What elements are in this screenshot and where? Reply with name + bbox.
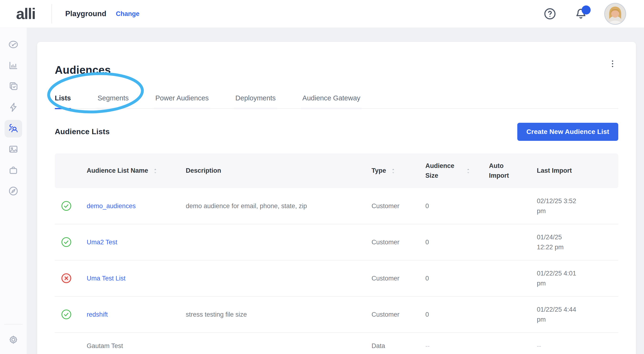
row-actions-kebab-icon[interactable] xyxy=(604,237,613,247)
sort-icon[interactable] xyxy=(152,168,158,174)
sidebar-item-actions[interactable] xyxy=(4,99,22,117)
row-description: demo audience for email, phone, state, z… xyxy=(186,201,372,211)
environment-switcher: Playground Change xyxy=(65,9,140,18)
notification-unread-dot xyxy=(582,5,591,14)
row-audience-size: 0 xyxy=(425,310,489,320)
create-new-audience-list-button[interactable]: Create New Audience List xyxy=(517,123,618,141)
table-row: Uma2 Test Customer 0 01/24/25 12:22 pm xyxy=(55,224,618,260)
column-header-auto-import: Auto Import xyxy=(489,161,537,180)
bag-icon xyxy=(8,165,19,177)
column-label: Description xyxy=(186,166,221,176)
row-last-import: 02/12/25 3:52 pm xyxy=(537,196,582,216)
sidebar-item-creative[interactable] xyxy=(4,141,22,159)
row-actions-kebab-icon[interactable] xyxy=(604,273,613,284)
card-header: Audiences xyxy=(55,42,618,84)
column-header-audience-size: Audience Size xyxy=(425,161,489,180)
users-icon xyxy=(8,123,19,135)
audience-list-name-link[interactable]: redshift xyxy=(87,310,186,320)
column-label: Audience Size xyxy=(425,161,461,180)
tab-lists[interactable]: Lists xyxy=(55,94,71,108)
user-avatar[interactable] xyxy=(605,3,626,24)
clipboard-check-icon xyxy=(8,81,19,93)
sidebar-nav xyxy=(0,28,27,354)
main-content: Audiences ListsSegmentsPower AudiencesDe… xyxy=(27,28,644,354)
row-type: Data xyxy=(372,341,425,351)
row-type: Customer xyxy=(372,237,425,247)
row-actions-kebab-icon[interactable] xyxy=(604,309,613,320)
column-label: Type xyxy=(372,166,386,176)
success-status-icon xyxy=(55,237,87,247)
column-label: Auto Import xyxy=(489,161,515,180)
audience-list-name-text: Gautam Test xyxy=(87,341,186,351)
sort-icon[interactable] xyxy=(390,168,396,174)
tab-audience-gateway[interactable]: Audience Gateway xyxy=(302,94,360,108)
app-root: alli Playground Change xyxy=(0,0,644,354)
row-type: Customer xyxy=(372,201,425,211)
section-header: Audience Lists Create New Audience List xyxy=(55,121,618,143)
sort-icon[interactable] xyxy=(465,168,472,174)
sidebar-item-products[interactable] xyxy=(4,162,22,179)
sidebar-item-dashboard[interactable] xyxy=(4,36,22,54)
audience-list-name-link[interactable]: demo_audiences xyxy=(87,201,186,211)
tab-deployments[interactable]: Deployments xyxy=(235,94,276,108)
compass-icon xyxy=(8,185,19,197)
column-header-type: Type xyxy=(372,166,425,176)
environment-change-link[interactable]: Change xyxy=(116,10,140,18)
bar-chart-icon xyxy=(8,60,19,72)
row-audience-size: 0 xyxy=(425,273,489,283)
tab-power-audiences[interactable]: Power Audiences xyxy=(155,94,209,108)
brand-logo[interactable]: alli xyxy=(0,6,52,21)
avatar-illustration xyxy=(605,3,626,24)
gear-icon xyxy=(8,334,19,347)
sidebar-item-audiences[interactable] xyxy=(4,120,22,138)
row-actions-kebab-icon[interactable] xyxy=(604,201,613,211)
error-status-icon xyxy=(55,273,87,284)
sidebar-item-projects[interactable] xyxy=(4,78,22,96)
success-status-icon xyxy=(55,309,87,320)
row-description: stress testing file size xyxy=(186,310,372,320)
gauge-icon xyxy=(8,39,19,51)
sidebar-item-reports[interactable] xyxy=(4,57,22,75)
row-audience-size: 0 xyxy=(425,237,489,247)
sidebar-divider xyxy=(4,324,23,325)
column-header-description: Description xyxy=(186,166,372,176)
table-row: Gautam Test Data -- -- xyxy=(55,333,618,354)
row-last-import: 01/24/25 12:22 pm xyxy=(537,232,582,252)
audience-list-name-link[interactable]: Uma2 Test xyxy=(87,237,186,247)
row-type: Customer xyxy=(372,273,425,283)
topbar-divider xyxy=(52,4,52,23)
audience-lists-table: Audience List Name Description Type Audi… xyxy=(55,154,618,354)
row-last-import: 01/22/25 4:44 pm xyxy=(537,305,582,325)
tab-bar: ListsSegmentsPower AudiencesDeploymentsA… xyxy=(55,94,618,109)
table-row: redshift stress testing file size Custom… xyxy=(55,297,618,333)
row-audience-size: 0 xyxy=(425,201,489,211)
table-body: demo_audiences demo audience for email, … xyxy=(55,188,618,354)
row-last-import: -- xyxy=(537,341,582,351)
table-row: Uma Test List Customer 0 01/22/25 4:01 p… xyxy=(55,260,618,297)
column-label: Last Import xyxy=(537,166,572,176)
row-audience-size: -- xyxy=(425,341,489,351)
lightning-icon xyxy=(8,102,19,114)
section-title: Audience Lists xyxy=(55,127,110,136)
table-header-row: Audience List Name Description Type Audi… xyxy=(55,154,618,188)
column-label: Audience List Name xyxy=(87,166,148,176)
top-bar: alli Playground Change xyxy=(0,0,644,28)
audience-list-name-link[interactable]: Uma Test List xyxy=(87,273,186,283)
row-actions-kebab-icon[interactable] xyxy=(604,341,613,351)
page-title: Audiences xyxy=(55,63,111,76)
topbar-actions xyxy=(543,3,644,24)
brand-logo-text: alli xyxy=(16,6,36,21)
audiences-card: Audiences ListsSegmentsPower AudiencesDe… xyxy=(37,42,636,354)
column-header-last-import: Last Import xyxy=(537,166,582,176)
notifications-bell-icon[interactable] xyxy=(574,7,588,21)
success-status-icon xyxy=(55,200,87,211)
sidebar-item-explore[interactable] xyxy=(4,183,22,200)
environment-name: Playground xyxy=(65,9,106,18)
table-row: demo_audiences demo audience for email, … xyxy=(55,188,618,224)
page-more-options-kebab-icon[interactable] xyxy=(607,58,618,70)
column-header-name: Audience List Name xyxy=(87,166,186,176)
tab-segments[interactable]: Segments xyxy=(98,94,129,108)
row-last-import: 01/22/25 4:01 pm xyxy=(537,268,582,288)
help-icon[interactable] xyxy=(543,7,557,21)
sidebar-item-settings[interactable] xyxy=(4,334,22,354)
